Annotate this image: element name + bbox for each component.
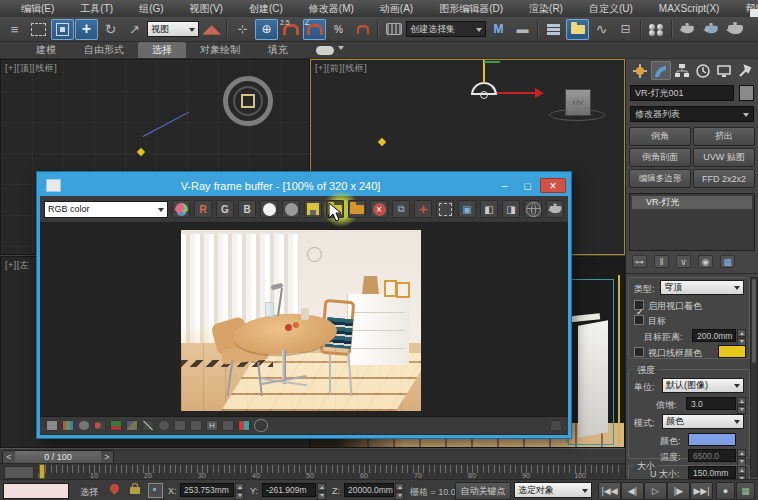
vfb-gear-icon[interactable]	[158, 420, 170, 431]
menu-graph-editors[interactable]: 图形编辑器(D)	[426, 1, 516, 17]
current-frame-marker[interactable]	[39, 464, 45, 479]
vfb-image-area[interactable]	[40, 223, 568, 417]
tab-motion[interactable]	[693, 61, 713, 80]
isolate-selection-icon[interactable]	[108, 482, 121, 495]
layer-manager-icon[interactable]	[542, 19, 565, 40]
modifier-button-ffd[interactable]: FFD 2x2x2	[693, 169, 755, 188]
vfb-curve-icon[interactable]	[174, 420, 186, 431]
close-button[interactable]	[540, 178, 566, 193]
tab-modify[interactable]	[651, 61, 671, 80]
tab-hierarchy[interactable]	[672, 61, 692, 80]
open-folder-button[interactable]	[348, 200, 366, 218]
y-coordinate-field[interactable]: -261.909m	[262, 483, 316, 497]
move-gizmo-x-axis[interactable]	[497, 92, 535, 94]
ribbon-tab-modeling[interactable]: 建模	[22, 42, 70, 58]
temperature-field[interactable]: 6500.0	[688, 449, 736, 462]
next-frame-button[interactable]	[667, 482, 690, 500]
color-wheel-icon[interactable]	[172, 200, 190, 218]
rect-selection-region-icon[interactable]	[27, 19, 50, 40]
menu-tools[interactable]: 工具(T)	[67, 1, 126, 17]
move-gizmo-y-axis[interactable]	[483, 60, 485, 83]
panel-scrollbar[interactable]	[750, 277, 758, 477]
vfb-rgb-dots-icon[interactable]	[94, 420, 106, 431]
mirror-tool[interactable]: M	[487, 19, 510, 40]
select-and-manipulate-icon[interactable]: ⊹	[231, 19, 254, 40]
make-unique-icon[interactable]: ∨	[676, 255, 691, 268]
compare-a-icon[interactable]: ◧	[480, 200, 498, 218]
schematic-view-icon[interactable]: ⊟	[614, 19, 637, 40]
panel-scrollbar-thumb[interactable]	[752, 279, 756, 363]
play-button[interactable]	[644, 482, 667, 500]
vfb-colorbars-icon[interactable]	[238, 420, 250, 431]
viewport-shading-checkbox[interactable]	[634, 300, 644, 310]
mode-dropdown[interactable]: 颜色	[662, 414, 744, 429]
x-coordinate-field[interactable]: 253.753mm	[180, 483, 234, 497]
compare-b-icon[interactable]: ◨	[502, 200, 520, 218]
object-name-field[interactable]: VR-灯光001	[630, 85, 734, 101]
modifier-list-dropdown[interactable]: 修改器列表	[630, 106, 754, 122]
vfb-monitor-icon[interactable]	[190, 420, 202, 431]
material-editor-icon[interactable]	[645, 19, 668, 40]
key-mode-toggle[interactable]	[716, 482, 735, 500]
vfb-target-icon[interactable]	[254, 419, 268, 432]
viewport-front-label[interactable]: [+][前][线框]	[315, 62, 367, 75]
menu-rendering[interactable]: 渲染(R)	[516, 1, 576, 17]
time-slider[interactable]: < 0 / 100 >	[0, 448, 625, 463]
duplicate-buffer-icon[interactable]: ⧉	[392, 200, 410, 218]
render-setup-icon[interactable]	[676, 19, 699, 40]
usize-field[interactable]: 150.0mm	[688, 466, 736, 479]
render-last-icon[interactable]	[546, 200, 564, 218]
time-config-button[interactable]	[736, 482, 755, 500]
pin-stack-icon[interactable]: ⊶	[632, 255, 647, 268]
go-to-start-button[interactable]	[598, 482, 621, 500]
modifier-button-uvw-map[interactable]: UVW 贴图	[693, 148, 755, 167]
snaps-toggle-25[interactable]: 2.5	[279, 19, 302, 40]
menu-group[interactable]: 组(G)	[126, 1, 176, 17]
modifier-button-extrude[interactable]: 挤出	[693, 127, 755, 146]
window-crossing-toggle[interactable]	[51, 19, 74, 40]
remove-modifier-icon[interactable]: ◉	[698, 255, 713, 268]
vfb-channel-dropdown[interactable]: RGB color	[44, 201, 168, 218]
align-tool[interactable]: ▬	[511, 19, 534, 40]
modifier-button-edit-poly[interactable]: 编辑多边形	[629, 169, 691, 188]
use-center-flyout[interactable]: ⊕	[255, 19, 278, 40]
percent-snap-toggle[interactable]: %	[327, 19, 350, 40]
minimize-button[interactable]	[494, 178, 515, 193]
y-spinner[interactable]	[317, 483, 326, 500]
track-mouse-icon[interactable]: ✛	[414, 200, 432, 218]
light-helper-icon-front[interactable]	[378, 138, 386, 146]
z-coordinate-field[interactable]: 20000.0mm	[344, 483, 394, 497]
reference-coordinate-dropdown[interactable]: 视图	[147, 21, 199, 37]
menu-modifiers[interactable]: 修改器(M)	[296, 1, 367, 17]
stereo-icon[interactable]: ▣	[458, 200, 476, 218]
temperature-spinner[interactable]	[737, 449, 746, 466]
type-dropdown[interactable]: 穹顶	[660, 280, 744, 295]
clear-image-button[interactable]	[370, 200, 388, 218]
wireframe-color-swatch[interactable]	[718, 345, 746, 358]
time-slider-handle[interactable]: < 0 / 100 >	[2, 450, 114, 464]
select-and-move-tool[interactable]: +	[75, 19, 98, 40]
tab-utilities[interactable]	[735, 61, 755, 80]
menu-views[interactable]: 视图(V)	[177, 1, 236, 17]
rendered-frame-window-icon[interactable]	[700, 19, 723, 40]
spinner-snap-toggle[interactable]	[351, 19, 374, 40]
target-checkbox[interactable]	[634, 315, 644, 325]
wireframe-color-checkbox[interactable]	[634, 347, 644, 357]
named-selection-sets-dropdown[interactable]: 创建选择集	[406, 21, 486, 37]
object-color-swatch[interactable]	[739, 85, 754, 101]
select-and-scale-tool[interactable]: ↗	[123, 19, 146, 40]
ribbon-tab-selection[interactable]: 选择	[138, 42, 186, 58]
curve-editor-icon[interactable]: ∿	[590, 19, 613, 40]
modifier-button-bevel[interactable]: 倒角	[629, 127, 691, 146]
previous-frame-button[interactable]	[621, 482, 644, 500]
show-end-result-icon[interactable]: ‖	[654, 255, 669, 268]
ribbon-minimize-icon[interactable]	[316, 46, 334, 55]
tab-create[interactable]	[630, 61, 650, 80]
next-frame-arrow[interactable]: >	[101, 451, 113, 463]
selection-lock-icon[interactable]	[130, 487, 140, 494]
configure-modifier-sets-icon[interactable]: ▦	[720, 255, 735, 268]
menu-customize[interactable]: 自定义(U)	[576, 1, 646, 17]
ribbon-dropdown-arrow[interactable]	[338, 46, 344, 53]
absolute-mode-icon[interactable]	[148, 483, 163, 498]
prev-frame-arrow[interactable]: <	[3, 451, 15, 463]
